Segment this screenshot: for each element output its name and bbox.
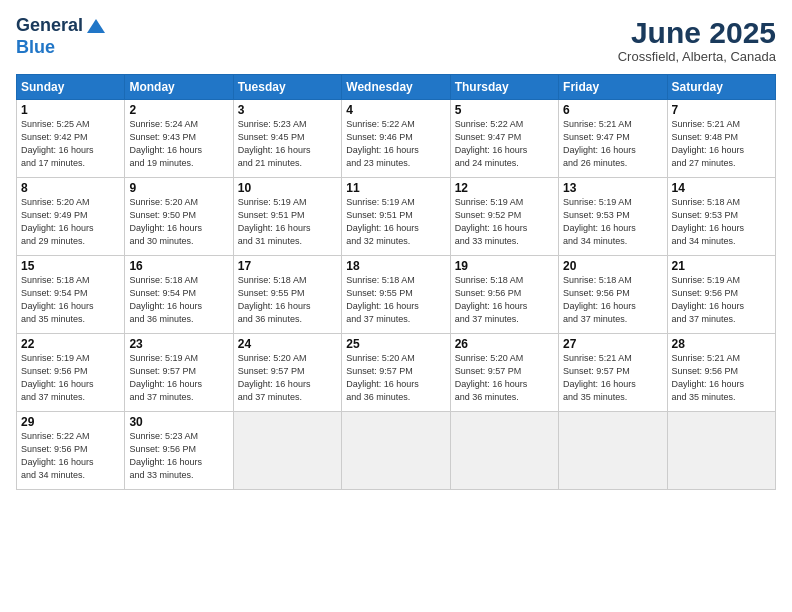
- day-number: 3: [238, 103, 337, 117]
- day-info: Sunrise: 5:19 AM Sunset: 9:53 PM Dayligh…: [563, 196, 662, 248]
- day-info: Sunrise: 5:18 AM Sunset: 9:53 PM Dayligh…: [672, 196, 771, 248]
- day-number: 10: [238, 181, 337, 195]
- day-info: Sunrise: 5:20 AM Sunset: 9:50 PM Dayligh…: [129, 196, 228, 248]
- day-info: Sunrise: 5:19 AM Sunset: 9:56 PM Dayligh…: [21, 352, 120, 404]
- weekday-header-row: SundayMondayTuesdayWednesdayThursdayFrid…: [17, 75, 776, 100]
- day-cell: 20Sunrise: 5:18 AM Sunset: 9:56 PM Dayli…: [559, 256, 667, 334]
- day-number: 30: [129, 415, 228, 429]
- day-info: Sunrise: 5:18 AM Sunset: 9:54 PM Dayligh…: [21, 274, 120, 326]
- day-cell: 5Sunrise: 5:22 AM Sunset: 9:47 PM Daylig…: [450, 100, 558, 178]
- week-row-2: 8Sunrise: 5:20 AM Sunset: 9:49 PM Daylig…: [17, 178, 776, 256]
- logo-blue: Blue: [16, 37, 55, 57]
- day-number: 25: [346, 337, 445, 351]
- day-cell: 1Sunrise: 5:25 AM Sunset: 9:42 PM Daylig…: [17, 100, 125, 178]
- weekday-header-monday: Monday: [125, 75, 233, 100]
- day-number: 19: [455, 259, 554, 273]
- day-cell: 16Sunrise: 5:18 AM Sunset: 9:54 PM Dayli…: [125, 256, 233, 334]
- day-cell: [342, 412, 450, 490]
- day-number: 2: [129, 103, 228, 117]
- day-number: 13: [563, 181, 662, 195]
- day-info: Sunrise: 5:22 AM Sunset: 9:56 PM Dayligh…: [21, 430, 120, 482]
- day-number: 4: [346, 103, 445, 117]
- day-cell: 2Sunrise: 5:24 AM Sunset: 9:43 PM Daylig…: [125, 100, 233, 178]
- day-number: 27: [563, 337, 662, 351]
- day-number: 15: [21, 259, 120, 273]
- day-cell: 3Sunrise: 5:23 AM Sunset: 9:45 PM Daylig…: [233, 100, 341, 178]
- day-cell: 4Sunrise: 5:22 AM Sunset: 9:46 PM Daylig…: [342, 100, 450, 178]
- day-number: 12: [455, 181, 554, 195]
- day-cell: 14Sunrise: 5:18 AM Sunset: 9:53 PM Dayli…: [667, 178, 775, 256]
- day-number: 14: [672, 181, 771, 195]
- day-cell: 11Sunrise: 5:19 AM Sunset: 9:51 PM Dayli…: [342, 178, 450, 256]
- day-cell: 27Sunrise: 5:21 AM Sunset: 9:57 PM Dayli…: [559, 334, 667, 412]
- day-info: Sunrise: 5:18 AM Sunset: 9:55 PM Dayligh…: [238, 274, 337, 326]
- day-number: 26: [455, 337, 554, 351]
- day-number: 21: [672, 259, 771, 273]
- month-year: June 2025: [618, 16, 776, 49]
- day-info: Sunrise: 5:21 AM Sunset: 9:47 PM Dayligh…: [563, 118, 662, 170]
- location: Crossfield, Alberta, Canada: [618, 49, 776, 64]
- day-number: 24: [238, 337, 337, 351]
- day-cell: [667, 412, 775, 490]
- day-cell: 15Sunrise: 5:18 AM Sunset: 9:54 PM Dayli…: [17, 256, 125, 334]
- day-info: Sunrise: 5:18 AM Sunset: 9:56 PM Dayligh…: [563, 274, 662, 326]
- day-number: 9: [129, 181, 228, 195]
- day-info: Sunrise: 5:19 AM Sunset: 9:51 PM Dayligh…: [346, 196, 445, 248]
- day-number: 23: [129, 337, 228, 351]
- day-cell: 23Sunrise: 5:19 AM Sunset: 9:57 PM Dayli…: [125, 334, 233, 412]
- day-info: Sunrise: 5:24 AM Sunset: 9:43 PM Dayligh…: [129, 118, 228, 170]
- day-number: 20: [563, 259, 662, 273]
- page-container: General Blue June 2025 Crossfield, Alber…: [0, 0, 792, 498]
- day-cell: 28Sunrise: 5:21 AM Sunset: 9:56 PM Dayli…: [667, 334, 775, 412]
- day-info: Sunrise: 5:18 AM Sunset: 9:55 PM Dayligh…: [346, 274, 445, 326]
- day-cell: 24Sunrise: 5:20 AM Sunset: 9:57 PM Dayli…: [233, 334, 341, 412]
- week-row-5: 29Sunrise: 5:22 AM Sunset: 9:56 PM Dayli…: [17, 412, 776, 490]
- title-block: June 2025 Crossfield, Alberta, Canada: [618, 16, 776, 64]
- day-number: 1: [21, 103, 120, 117]
- day-info: Sunrise: 5:19 AM Sunset: 9:57 PM Dayligh…: [129, 352, 228, 404]
- logo-general: General: [16, 16, 83, 36]
- day-number: 16: [129, 259, 228, 273]
- weekday-header-tuesday: Tuesday: [233, 75, 341, 100]
- day-number: 11: [346, 181, 445, 195]
- day-info: Sunrise: 5:25 AM Sunset: 9:42 PM Dayligh…: [21, 118, 120, 170]
- day-info: Sunrise: 5:23 AM Sunset: 9:45 PM Dayligh…: [238, 118, 337, 170]
- day-cell: 17Sunrise: 5:18 AM Sunset: 9:55 PM Dayli…: [233, 256, 341, 334]
- day-info: Sunrise: 5:19 AM Sunset: 9:56 PM Dayligh…: [672, 274, 771, 326]
- day-info: Sunrise: 5:19 AM Sunset: 9:51 PM Dayligh…: [238, 196, 337, 248]
- day-cell: 25Sunrise: 5:20 AM Sunset: 9:57 PM Dayli…: [342, 334, 450, 412]
- weekday-header-saturday: Saturday: [667, 75, 775, 100]
- day-cell: [559, 412, 667, 490]
- day-info: Sunrise: 5:22 AM Sunset: 9:46 PM Dayligh…: [346, 118, 445, 170]
- day-cell: 22Sunrise: 5:19 AM Sunset: 9:56 PM Dayli…: [17, 334, 125, 412]
- day-cell: 7Sunrise: 5:21 AM Sunset: 9:48 PM Daylig…: [667, 100, 775, 178]
- day-info: Sunrise: 5:20 AM Sunset: 9:49 PM Dayligh…: [21, 196, 120, 248]
- weekday-header-thursday: Thursday: [450, 75, 558, 100]
- day-cell: 10Sunrise: 5:19 AM Sunset: 9:51 PM Dayli…: [233, 178, 341, 256]
- day-number: 7: [672, 103, 771, 117]
- week-row-1: 1Sunrise: 5:25 AM Sunset: 9:42 PM Daylig…: [17, 100, 776, 178]
- day-cell: [233, 412, 341, 490]
- day-info: Sunrise: 5:23 AM Sunset: 9:56 PM Dayligh…: [129, 430, 228, 482]
- day-cell: 13Sunrise: 5:19 AM Sunset: 9:53 PM Dayli…: [559, 178, 667, 256]
- day-cell: 26Sunrise: 5:20 AM Sunset: 9:57 PM Dayli…: [450, 334, 558, 412]
- day-info: Sunrise: 5:20 AM Sunset: 9:57 PM Dayligh…: [346, 352, 445, 404]
- logo-icon: [85, 17, 107, 35]
- day-cell: 29Sunrise: 5:22 AM Sunset: 9:56 PM Dayli…: [17, 412, 125, 490]
- day-number: 6: [563, 103, 662, 117]
- day-info: Sunrise: 5:21 AM Sunset: 9:48 PM Dayligh…: [672, 118, 771, 170]
- day-cell: 19Sunrise: 5:18 AM Sunset: 9:56 PM Dayli…: [450, 256, 558, 334]
- week-row-4: 22Sunrise: 5:19 AM Sunset: 9:56 PM Dayli…: [17, 334, 776, 412]
- logo-text: General: [16, 16, 107, 36]
- day-number: 8: [21, 181, 120, 195]
- day-info: Sunrise: 5:19 AM Sunset: 9:52 PM Dayligh…: [455, 196, 554, 248]
- day-info: Sunrise: 5:18 AM Sunset: 9:56 PM Dayligh…: [455, 274, 554, 326]
- weekday-header-friday: Friday: [559, 75, 667, 100]
- day-info: Sunrise: 5:21 AM Sunset: 9:57 PM Dayligh…: [563, 352, 662, 404]
- week-row-3: 15Sunrise: 5:18 AM Sunset: 9:54 PM Dayli…: [17, 256, 776, 334]
- day-number: 17: [238, 259, 337, 273]
- day-cell: 8Sunrise: 5:20 AM Sunset: 9:49 PM Daylig…: [17, 178, 125, 256]
- day-number: 29: [21, 415, 120, 429]
- day-info: Sunrise: 5:21 AM Sunset: 9:56 PM Dayligh…: [672, 352, 771, 404]
- weekday-header-wednesday: Wednesday: [342, 75, 450, 100]
